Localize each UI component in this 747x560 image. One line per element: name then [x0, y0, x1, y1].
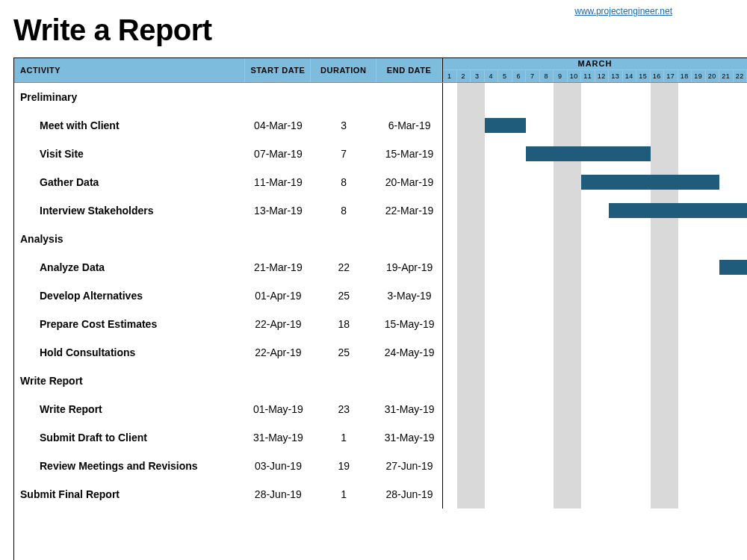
gantt-row — [443, 196, 747, 225]
gantt-row — [443, 338, 747, 367]
activity-name: Develop Alternatives — [14, 290, 245, 302]
cell-start: 22-Apr-19 — [245, 346, 311, 358]
task-row: Submit Draft to Client31-May-19131-May-1… — [14, 423, 442, 452]
gantt-bar — [526, 146, 651, 161]
cell-start: 03-Jun-19 — [245, 460, 311, 472]
task-row: Analyze Data21-Mar-192219-Apr-19 — [14, 253, 442, 281]
activity-name: Preliminary — [14, 91, 245, 103]
activity-name: Prepare Cost Estimates — [14, 318, 245, 330]
activity-name: Submit Final Report — [14, 488, 245, 500]
group-row: Write Report — [14, 367, 442, 395]
cell-dur: 8 — [311, 205, 376, 217]
activity-name: Analyze Data — [14, 261, 245, 273]
table-header: ACTIVITY START DATE DURATION END DATE MA… — [14, 58, 747, 83]
cell-end: 24-May-19 — [376, 346, 442, 358]
task-row: Prepare Cost Estimates22-Apr-191815-May-… — [14, 310, 442, 338]
cell-start: 01-May-19 — [245, 403, 311, 415]
gantt-bar — [719, 260, 747, 275]
col-header-activity: ACTIVITY — [14, 58, 245, 82]
source-link[interactable]: www.projectengineer.net — [574, 6, 672, 16]
col-header-end: END DATE — [376, 58, 442, 82]
cell-dur: 18 — [311, 318, 376, 330]
task-row: Meet with Client04-Mar-1936-Mar-19 — [14, 111, 442, 140]
gantt-row — [443, 480, 747, 508]
day-header-cell: 5 — [498, 70, 512, 82]
task-row: Write Report01-May-192331-May-19 — [14, 395, 442, 423]
gantt-row — [443, 310, 747, 338]
day-header-cell: 4 — [485, 70, 499, 82]
cell-end: 6-Mar-19 — [376, 119, 442, 131]
gantt-row — [443, 452, 747, 480]
gantt-row — [443, 253, 747, 281]
activity-name: Write Report — [14, 403, 245, 415]
gantt-bar — [609, 203, 747, 218]
activity-name: Write Report — [14, 375, 245, 387]
gantt-bar — [581, 175, 719, 190]
cell-end: 31-May-19 — [376, 432, 442, 444]
cell-end: 31-May-19 — [376, 403, 442, 415]
col-header-timeline: MARCH 1234567891011121314151617181920212… — [442, 58, 747, 82]
cell-end: 28-Jun-19 — [376, 488, 442, 500]
activity-name: Interview Stakeholders — [14, 205, 245, 217]
col-header-duration: DURATION — [311, 58, 376, 82]
gantt-row — [443, 367, 747, 395]
task-list-panel: PreliminaryMeet with Client04-Mar-1936-M… — [14, 83, 443, 508]
cell-start: 01-Apr-19 — [245, 290, 311, 302]
day-header-cell: 14 — [623, 70, 637, 82]
day-header-cell: 1 — [443, 70, 457, 82]
gantt-container: ACTIVITY START DATE DURATION END DATE MA… — [13, 57, 747, 560]
day-header-cell: 20 — [706, 70, 720, 82]
day-header-cell: 9 — [554, 70, 568, 82]
cell-end: 22-Mar-19 — [376, 205, 442, 217]
day-header-cell: 3 — [471, 70, 485, 82]
activity-name: Visit Site — [14, 148, 245, 160]
day-header-cell: 18 — [678, 70, 692, 82]
group-row: Preliminary — [14, 83, 442, 111]
gantt-row — [443, 423, 747, 452]
cell-dur: 25 — [311, 290, 376, 302]
day-header-cell: 10 — [568, 70, 582, 82]
cell-end: 15-May-19 — [376, 318, 442, 330]
cell-start: 13-Mar-19 — [245, 205, 311, 217]
gantt-row — [443, 395, 747, 423]
gantt-body: PreliminaryMeet with Client04-Mar-1936-M… — [14, 83, 747, 508]
gantt-row — [443, 281, 747, 310]
cell-start: 07-Mar-19 — [245, 148, 311, 160]
activity-name: Meet with Client — [14, 119, 245, 131]
day-header-cell: 12 — [595, 70, 610, 82]
task-row: Gather Data11-Mar-19820-Mar-19 — [14, 168, 442, 196]
cell-start: 11-Mar-19 — [245, 176, 311, 188]
timeline-panel — [443, 83, 747, 508]
cell-start: 21-Mar-19 — [245, 261, 311, 273]
cell-end: 20-Mar-19 — [376, 176, 442, 188]
day-header-cell: 21 — [719, 70, 734, 82]
cell-start: 31-May-19 — [245, 432, 311, 444]
task-row: Develop Alternatives01-Apr-19253-May-19 — [14, 281, 442, 310]
cell-dur: 1 — [311, 488, 376, 500]
cell-dur: 23 — [311, 403, 376, 415]
header-link-container: www.projectengineer.net — [574, 6, 672, 16]
task-row: Review Meetings and Revisions03-Jun-1919… — [14, 452, 442, 480]
day-header-cell: 13 — [609, 70, 623, 82]
task-row: Hold Consultations22-Apr-192524-May-19 — [14, 338, 442, 367]
cell-end: 27-Jun-19 — [376, 460, 442, 472]
cell-dur: 19 — [311, 460, 376, 472]
gantt-row — [443, 225, 747, 253]
gantt-bar — [485, 118, 527, 133]
day-header-cell: 17 — [664, 70, 678, 82]
task-row: Interview Stakeholders13-Mar-19822-Mar-1… — [14, 196, 442, 225]
cell-dur: 25 — [311, 346, 376, 358]
task-row: Visit Site07-Mar-19715-Mar-19 — [14, 140, 442, 168]
day-header-cell: 11 — [581, 70, 595, 82]
gantt-row — [443, 83, 747, 111]
day-header-cell: 19 — [692, 70, 706, 82]
activity-name: Gather Data — [14, 176, 245, 188]
cell-start: 22-Apr-19 — [245, 318, 311, 330]
day-header-cell: 15 — [636, 70, 651, 82]
gantt-row — [443, 140, 747, 168]
activity-name: Review Meetings and Revisions — [14, 460, 245, 472]
activity-name: Analysis — [14, 233, 245, 245]
cell-start: 28-Jun-19 — [245, 488, 311, 500]
cell-start: 04-Mar-19 — [245, 119, 311, 131]
cell-end: 19-Apr-19 — [376, 261, 442, 273]
